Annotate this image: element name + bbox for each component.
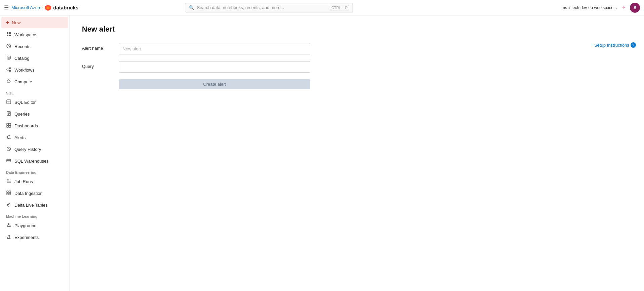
sidebar-item-workspace[interactable]: Workspace <box>1 29 68 40</box>
ml-section-label: Machine Learning <box>0 211 70 220</box>
svg-rect-24 <box>9 126 11 128</box>
sidebar-experiments-label: Experiments <box>14 235 39 240</box>
sidebar-item-experiments[interactable]: Experiments <box>1 232 68 243</box>
main-layout: + New Workspace Recents Catalog Wo <box>0 15 644 291</box>
content-wrapper: New alert Alert name Query Create alert … <box>70 15 644 291</box>
sidebar-dashboards-label: Dashboards <box>14 123 38 128</box>
setup-instructions-link[interactable]: Setup Instructions ? <box>594 42 636 48</box>
dashboards-icon <box>6 123 11 129</box>
sidebar-item-playground[interactable]: Playground <box>1 220 68 231</box>
brand-name: databricks <box>53 5 79 10</box>
new-button[interactable]: + New <box>1 17 68 28</box>
sidebar-job-runs-label: Job Runs <box>14 179 33 184</box>
query-input[interactable] <box>119 61 310 73</box>
user-avatar[interactable]: S <box>630 3 640 13</box>
catalog-icon <box>6 55 11 61</box>
svg-line-12 <box>8 69 9 70</box>
sidebar-delta-live-tables-label: Delta Live Tables <box>14 203 48 208</box>
setup-instructions-text: Setup Instructions <box>594 43 629 48</box>
topbar-right: ns-ii-tech-dev-db-workspace ⌄ ✦ S <box>563 3 640 13</box>
sidebar-item-sql-warehouses[interactable]: SQL Warehouses <box>1 156 68 167</box>
svg-rect-21 <box>7 123 9 125</box>
alert-name-row: Alert name <box>82 43 310 54</box>
sidebar-item-compute[interactable]: Compute <box>1 76 68 87</box>
query-history-icon <box>6 147 11 152</box>
svg-rect-23 <box>7 126 9 128</box>
azure-label: Microsoft Azure <box>11 5 42 10</box>
svg-rect-4 <box>9 32 11 34</box>
search-bar[interactable]: 🔍 Search data, notebooks, recents, and m… <box>185 3 353 12</box>
svg-rect-36 <box>9 193 11 195</box>
sidebar-item-job-runs[interactable]: Job Runs <box>1 176 68 187</box>
svg-rect-6 <box>9 35 11 36</box>
sql-warehouses-icon <box>6 158 11 164</box>
databricks-icon <box>44 4 52 11</box>
svg-rect-35 <box>7 193 8 195</box>
workspace-chevron-icon: ⌄ <box>615 6 617 9</box>
star-icon[interactable]: ✦ <box>622 4 626 11</box>
sidebar-data-ingestion-label: Data Ingestion <box>14 191 43 196</box>
delta-live-tables-icon <box>6 202 11 208</box>
page-title: New alert <box>82 25 632 34</box>
search-shortcut: CTRL + P <box>330 5 349 10</box>
search-placeholder-text: Search data, notebooks, recents, and mor… <box>197 5 327 10</box>
svg-line-13 <box>8 70 9 71</box>
svg-rect-3 <box>7 32 8 34</box>
sidebar-workflows-label: Workflows <box>14 68 35 73</box>
new-plus-icon: + <box>6 19 9 26</box>
sidebar-item-query-history[interactable]: Query History <box>1 144 68 155</box>
workspace-selector[interactable]: ns-ii-tech-dev-db-workspace ⌄ <box>563 5 617 10</box>
sidebar-item-data-ingestion[interactable]: Data Ingestion <box>1 188 68 199</box>
sidebar-catalog-label: Catalog <box>14 56 30 61</box>
sidebar-compute-label: Compute <box>14 79 32 84</box>
alerts-icon <box>6 135 11 140</box>
svg-point-11 <box>9 70 11 72</box>
topbar-left: ☰ Microsoft Azure databricks <box>4 4 79 11</box>
sidebar-item-alerts[interactable]: Alerts <box>1 132 68 143</box>
svg-point-8 <box>7 56 10 57</box>
sidebar-item-catalog[interactable]: Catalog <box>1 53 68 64</box>
queries-icon <box>6 111 11 117</box>
alert-name-input[interactable] <box>119 43 310 54</box>
playground-icon <box>6 223 11 228</box>
sidebar-alerts-label: Alerts <box>14 135 26 140</box>
svg-rect-33 <box>7 191 8 193</box>
content-area: New alert Alert name Query Create alert <box>70 15 644 98</box>
sidebar-item-queries[interactable]: Queries <box>1 109 68 120</box>
recents-icon <box>6 44 11 49</box>
workflows-icon <box>6 67 11 73</box>
sidebar-item-recents[interactable]: Recents <box>1 41 68 52</box>
data-ingestion-icon <box>6 191 11 196</box>
brand-logo: databricks <box>44 4 79 11</box>
sidebar-item-delta-live-tables[interactable]: Delta Live Tables <box>1 200 68 211</box>
experiments-icon <box>6 235 11 240</box>
hamburger-icon[interactable]: ☰ <box>4 4 9 11</box>
workspace-icon <box>6 32 11 38</box>
svg-point-39 <box>8 223 9 224</box>
new-label: New <box>12 20 20 25</box>
sidebar-playground-label: Playground <box>14 223 37 228</box>
query-row: Query <box>82 61 310 73</box>
sql-editor-icon <box>6 99 11 105</box>
query-label: Query <box>82 61 112 69</box>
alert-name-label: Alert name <box>82 43 112 51</box>
sidebar-item-sql-editor[interactable]: SQL Editor <box>1 97 68 108</box>
svg-rect-22 <box>9 123 11 125</box>
sidebar-queries-label: Queries <box>14 112 30 117</box>
search-icon: 🔍 <box>189 5 194 10</box>
topbar: ☰ Microsoft Azure databricks 🔍 Search da… <box>0 0 644 15</box>
sidebar-recents-label: Recents <box>14 44 31 49</box>
workspace-name: ns-ii-tech-dev-db-workspace <box>563 5 613 10</box>
sidebar-item-workflows[interactable]: Workflows <box>1 65 68 76</box>
svg-point-10 <box>9 68 11 69</box>
svg-rect-34 <box>9 191 11 193</box>
sidebar-query-history-label: Query History <box>14 147 41 152</box>
sidebar: + New Workspace Recents Catalog Wo <box>0 15 70 291</box>
svg-rect-14 <box>7 100 11 104</box>
create-alert-button[interactable]: Create alert <box>119 79 310 89</box>
sidebar-workspace-label: Workspace <box>14 32 36 37</box>
sql-section-label: SQL <box>0 88 70 96</box>
sidebar-item-dashboards[interactable]: Dashboards <box>1 120 68 131</box>
sidebar-sql-editor-label: SQL Editor <box>14 100 36 105</box>
sidebar-sql-warehouses-label: SQL Warehouses <box>14 159 49 164</box>
